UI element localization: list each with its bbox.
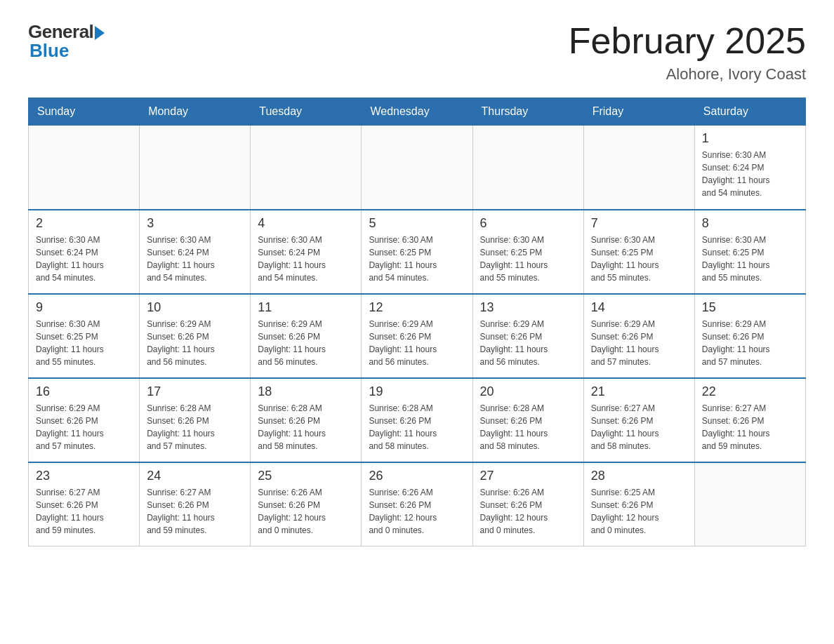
day-info: Sunrise: 6:30 AMSunset: 6:25 PMDaylight:… — [36, 318, 132, 368]
day-number: 4 — [258, 216, 354, 231]
day-info: Sunrise: 6:29 AMSunset: 6:26 PMDaylight:… — [480, 318, 576, 368]
calendar-cell: 4Sunrise: 6:30 AMSunset: 6:24 PMDaylight… — [251, 210, 362, 294]
calendar-cell: 1Sunrise: 6:30 AMSunset: 6:24 PMDaylight… — [694, 126, 805, 210]
calendar-cell — [251, 126, 362, 210]
day-number: 26 — [369, 469, 465, 483]
day-info: Sunrise: 6:26 AMSunset: 6:26 PMDaylight:… — [369, 486, 465, 537]
weekday-header-wednesday: Wednesday — [362, 98, 472, 126]
calendar-cell — [694, 462, 805, 546]
day-number: 10 — [147, 300, 243, 315]
calendar-cell — [583, 126, 694, 210]
day-info: Sunrise: 6:30 AMSunset: 6:24 PMDaylight:… — [258, 234, 354, 284]
day-number: 5 — [369, 216, 465, 231]
day-number: 20 — [480, 384, 576, 399]
day-number: 6 — [480, 216, 576, 231]
calendar-subtitle: Alohore, Ivory Coast — [569, 65, 806, 83]
day-number: 2 — [36, 216, 132, 231]
day-info: Sunrise: 6:29 AMSunset: 6:26 PMDaylight:… — [258, 318, 354, 368]
calendar-cell: 28Sunrise: 6:25 AMSunset: 6:26 PMDayligh… — [583, 462, 694, 546]
calendar-cell: 3Sunrise: 6:30 AMSunset: 6:24 PMDaylight… — [140, 210, 251, 294]
logo-arrow-icon — [95, 26, 105, 40]
day-number: 17 — [147, 384, 243, 399]
day-info: Sunrise: 6:28 AMSunset: 6:26 PMDaylight:… — [258, 402, 354, 452]
day-info: Sunrise: 6:29 AMSunset: 6:26 PMDaylight:… — [591, 318, 687, 368]
calendar-week-row: 16Sunrise: 6:29 AMSunset: 6:26 PMDayligh… — [29, 378, 806, 462]
day-number: 8 — [702, 216, 798, 231]
calendar-cell: 26Sunrise: 6:26 AMSunset: 6:26 PMDayligh… — [362, 462, 472, 546]
day-number: 12 — [369, 300, 465, 315]
calendar-body: 1Sunrise: 6:30 AMSunset: 6:24 PMDaylight… — [29, 126, 806, 546]
logo-blue-text: Blue — [29, 40, 69, 62]
calendar-title: February 2025 — [569, 21, 806, 61]
day-info: Sunrise: 6:27 AMSunset: 6:26 PMDaylight:… — [591, 402, 687, 452]
day-info: Sunrise: 6:29 AMSunset: 6:26 PMDaylight:… — [147, 318, 243, 368]
day-number: 1 — [702, 131, 798, 146]
day-info: Sunrise: 6:25 AMSunset: 6:26 PMDaylight:… — [591, 486, 687, 537]
day-number: 15 — [702, 300, 798, 315]
day-info: Sunrise: 6:30 AMSunset: 6:24 PMDaylight:… — [147, 234, 243, 284]
calendar-cell: 14Sunrise: 6:29 AMSunset: 6:26 PMDayligh… — [583, 294, 694, 378]
calendar-week-row: 1Sunrise: 6:30 AMSunset: 6:24 PMDaylight… — [29, 126, 806, 210]
day-number: 9 — [36, 300, 132, 315]
day-info: Sunrise: 6:29 AMSunset: 6:26 PMDaylight:… — [36, 402, 132, 452]
day-number: 24 — [147, 469, 243, 483]
day-info: Sunrise: 6:29 AMSunset: 6:26 PMDaylight:… — [702, 318, 798, 368]
day-number: 7 — [591, 216, 687, 231]
calendar-cell: 2Sunrise: 6:30 AMSunset: 6:24 PMDaylight… — [29, 210, 140, 294]
calendar-table: SundayMondayTuesdayWednesdayThursdayFrid… — [28, 98, 806, 546]
day-info: Sunrise: 6:27 AMSunset: 6:26 PMDaylight:… — [36, 486, 132, 537]
day-info: Sunrise: 6:28 AMSunset: 6:26 PMDaylight:… — [480, 402, 576, 452]
calendar-week-row: 2Sunrise: 6:30 AMSunset: 6:24 PMDaylight… — [29, 210, 806, 294]
calendar-week-row: 23Sunrise: 6:27 AMSunset: 6:26 PMDayligh… — [29, 462, 806, 546]
day-number: 25 — [258, 469, 354, 483]
calendar-cell: 24Sunrise: 6:27 AMSunset: 6:26 PMDayligh… — [140, 462, 251, 546]
calendar-cell: 11Sunrise: 6:29 AMSunset: 6:26 PMDayligh… — [251, 294, 362, 378]
calendar-cell: 10Sunrise: 6:29 AMSunset: 6:26 PMDayligh… — [140, 294, 251, 378]
day-number: 19 — [369, 384, 465, 399]
weekday-header-friday: Friday — [583, 98, 694, 126]
weekday-header-row: SundayMondayTuesdayWednesdayThursdayFrid… — [29, 98, 806, 126]
day-number: 27 — [480, 469, 576, 483]
logo: General Blue — [28, 21, 105, 62]
calendar-cell — [140, 126, 251, 210]
weekday-header-sunday: Sunday — [29, 98, 140, 126]
day-number: 16 — [36, 384, 132, 399]
calendar-cell: 16Sunrise: 6:29 AMSunset: 6:26 PMDayligh… — [29, 378, 140, 462]
weekday-header-thursday: Thursday — [472, 98, 583, 126]
day-number: 11 — [258, 300, 354, 315]
day-info: Sunrise: 6:30 AMSunset: 6:25 PMDaylight:… — [591, 234, 687, 284]
day-number: 28 — [591, 469, 687, 483]
day-info: Sunrise: 6:28 AMSunset: 6:26 PMDaylight:… — [147, 402, 243, 452]
day-info: Sunrise: 6:30 AMSunset: 6:25 PMDaylight:… — [480, 234, 576, 284]
calendar-cell — [29, 126, 140, 210]
calendar-cell: 22Sunrise: 6:27 AMSunset: 6:26 PMDayligh… — [694, 378, 805, 462]
calendar-cell: 15Sunrise: 6:29 AMSunset: 6:26 PMDayligh… — [694, 294, 805, 378]
day-number: 23 — [36, 469, 132, 483]
day-number: 13 — [480, 300, 576, 315]
calendar-cell: 6Sunrise: 6:30 AMSunset: 6:25 PMDaylight… — [472, 210, 583, 294]
title-block: February 2025 Alohore, Ivory Coast — [569, 21, 806, 83]
day-number: 21 — [591, 384, 687, 399]
day-info: Sunrise: 6:26 AMSunset: 6:26 PMDaylight:… — [258, 486, 354, 537]
calendar-cell: 12Sunrise: 6:29 AMSunset: 6:26 PMDayligh… — [362, 294, 472, 378]
calendar-cell: 18Sunrise: 6:28 AMSunset: 6:26 PMDayligh… — [251, 378, 362, 462]
day-info: Sunrise: 6:30 AMSunset: 6:24 PMDaylight:… — [36, 234, 132, 284]
calendar-cell: 7Sunrise: 6:30 AMSunset: 6:25 PMDaylight… — [583, 210, 694, 294]
calendar-cell: 17Sunrise: 6:28 AMSunset: 6:26 PMDayligh… — [140, 378, 251, 462]
calendar-cell: 27Sunrise: 6:26 AMSunset: 6:26 PMDayligh… — [472, 462, 583, 546]
day-info: Sunrise: 6:28 AMSunset: 6:26 PMDaylight:… — [369, 402, 465, 452]
calendar-cell: 25Sunrise: 6:26 AMSunset: 6:26 PMDayligh… — [251, 462, 362, 546]
calendar-cell: 19Sunrise: 6:28 AMSunset: 6:26 PMDayligh… — [362, 378, 472, 462]
day-info: Sunrise: 6:27 AMSunset: 6:26 PMDaylight:… — [147, 486, 243, 537]
day-info: Sunrise: 6:29 AMSunset: 6:26 PMDaylight:… — [369, 318, 465, 368]
weekday-header-tuesday: Tuesday — [251, 98, 362, 126]
calendar-cell: 21Sunrise: 6:27 AMSunset: 6:26 PMDayligh… — [583, 378, 694, 462]
day-number: 18 — [258, 384, 354, 399]
calendar-cell: 8Sunrise: 6:30 AMSunset: 6:25 PMDaylight… — [694, 210, 805, 294]
calendar-cell: 5Sunrise: 6:30 AMSunset: 6:25 PMDaylight… — [362, 210, 472, 294]
day-info: Sunrise: 6:30 AMSunset: 6:25 PMDaylight:… — [369, 234, 465, 284]
calendar-cell: 23Sunrise: 6:27 AMSunset: 6:26 PMDayligh… — [29, 462, 140, 546]
page-header: General Blue February 2025 Alohore, Ivor… — [28, 21, 806, 83]
day-info: Sunrise: 6:26 AMSunset: 6:26 PMDaylight:… — [480, 486, 576, 537]
weekday-header-monday: Monday — [140, 98, 251, 126]
